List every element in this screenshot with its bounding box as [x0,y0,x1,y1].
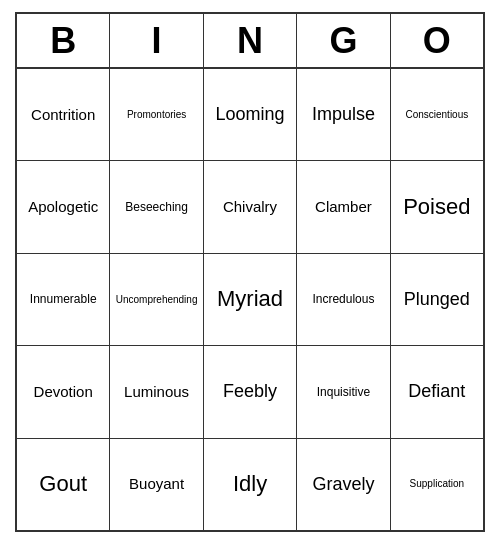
cell-text-2-2: Myriad [217,286,283,312]
cell-text-2-4: Plunged [404,289,470,311]
bingo-cell-1-1: Beseeching [110,161,203,252]
cell-text-3-2: Feebly [223,381,277,403]
bingo-cell-3-0: Devotion [17,346,110,437]
cell-text-0-3: Impulse [312,104,375,126]
header-cell-G: G [297,14,390,67]
cell-text-4-1: Buoyant [129,475,184,493]
bingo-cell-2-0: Innumerable [17,254,110,345]
bingo-body: ContritionPromontoriesLoomingImpulseCons… [17,69,483,530]
bingo-cell-1-2: Chivalry [204,161,297,252]
bingo-row-4: GoutBuoyantIdlyGravelySupplication [17,439,483,530]
bingo-cell-4-2: Idly [204,439,297,530]
cell-text-3-1: Luminous [124,383,189,401]
bingo-cell-3-4: Defiant [391,346,483,437]
cell-text-2-1: Uncomprehending [116,294,198,306]
cell-text-0-1: Promontories [127,109,186,121]
cell-text-3-0: Devotion [34,383,93,401]
bingo-cell-0-4: Conscientious [391,69,483,160]
cell-text-1-3: Clamber [315,198,372,216]
bingo-header: BINGO [17,14,483,69]
bingo-cell-3-1: Luminous [110,346,203,437]
bingo-cell-0-2: Looming [204,69,297,160]
header-cell-I: I [110,14,203,67]
bingo-row-3: DevotionLuminousFeeblyInquisitiveDefiant [17,346,483,438]
bingo-cell-1-4: Poised [391,161,483,252]
bingo-cell-0-3: Impulse [297,69,390,160]
cell-text-3-4: Defiant [408,381,465,403]
cell-text-1-0: Apologetic [28,198,98,216]
cell-text-1-2: Chivalry [223,198,277,216]
bingo-cell-4-3: Gravely [297,439,390,530]
bingo-cell-2-4: Plunged [391,254,483,345]
bingo-cell-4-1: Buoyant [110,439,203,530]
bingo-cell-0-1: Promontories [110,69,203,160]
cell-text-2-0: Innumerable [30,292,97,306]
cell-text-4-2: Idly [233,471,267,497]
cell-text-4-3: Gravely [312,474,374,496]
cell-text-0-4: Conscientious [405,109,468,121]
bingo-cell-1-0: Apologetic [17,161,110,252]
cell-text-2-3: Incredulous [312,292,374,306]
bingo-cell-1-3: Clamber [297,161,390,252]
cell-text-0-0: Contrition [31,106,95,124]
bingo-row-1: ApologeticBeseechingChivalryClamberPoise… [17,161,483,253]
bingo-cell-3-2: Feebly [204,346,297,437]
bingo-row-0: ContritionPromontoriesLoomingImpulseCons… [17,69,483,161]
cell-text-1-1: Beseeching [125,200,188,214]
bingo-cell-2-1: Uncomprehending [110,254,203,345]
bingo-cell-0-0: Contrition [17,69,110,160]
bingo-cell-4-4: Supplication [391,439,483,530]
bingo-row-2: InnumerableUncomprehendingMyriadIncredul… [17,254,483,346]
bingo-cell-4-0: Gout [17,439,110,530]
bingo-cell-2-2: Myriad [204,254,297,345]
bingo-cell-2-3: Incredulous [297,254,390,345]
cell-text-0-2: Looming [215,104,284,126]
cell-text-4-4: Supplication [410,478,464,490]
header-cell-O: O [391,14,483,67]
cell-text-1-4: Poised [403,194,470,220]
header-cell-B: B [17,14,110,67]
cell-text-4-0: Gout [39,471,87,497]
header-cell-N: N [204,14,297,67]
cell-text-3-3: Inquisitive [317,385,370,399]
bingo-card: BINGO ContritionPromontoriesLoomingImpul… [15,12,485,532]
bingo-cell-3-3: Inquisitive [297,346,390,437]
